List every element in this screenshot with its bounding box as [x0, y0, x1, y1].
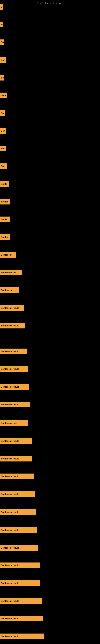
list-item: Bottleneck result: [0, 384, 29, 390]
bottleneck-bar[interactable]: Bottleneck result: [0, 509, 36, 515]
bottleneck-bar[interactable]: Bott: [0, 128, 6, 134]
bottleneck-label: Bottleneck result: [1, 600, 19, 602]
bottleneck-label: Bottleneck result: [1, 582, 19, 584]
bottleneck-label: Bottleneck result: [1, 386, 19, 388]
list-item: Bottl: [0, 92, 7, 98]
bottleneck-label: Bottleneck result: [1, 635, 19, 638]
list-item: Bottleneck result: [0, 616, 43, 621]
bottleneck-bar[interactable]: Bo: [0, 22, 3, 27]
bottleneck-label: Bottleneck result: [1, 368, 19, 370]
list-item: Bottleneck result: [0, 474, 34, 479]
list-item: Bottleneck result: [0, 598, 42, 604]
bottleneck-label: B: [1, 6, 2, 8]
bottleneck-bar[interactable]: Bottleneck result: [0, 527, 37, 533]
list-item: Bott: [0, 110, 5, 116]
bottleneck-bar[interactable]: Bottleneck result: [0, 366, 28, 372]
list-item: Bott: [0, 164, 7, 169]
bottleneck-label: Bott: [1, 130, 5, 132]
bottleneck-bar[interactable]: Bo: [0, 75, 4, 80]
list-item: Bottleneck result: [0, 456, 32, 462]
bottleneck-bar[interactable]: Bott: [0, 146, 6, 151]
bottleneck-label: Bottleneck resu: [1, 422, 17, 424]
bottleneck-bar[interactable]: Bottlen: [0, 199, 10, 204]
bottleneck-label: Bottle: [1, 218, 7, 220]
bottleneck-bar[interactable]: Bottleneck result: [0, 634, 44, 639]
bottleneck-bar[interactable]: Bott: [0, 57, 6, 63]
bottleneck-bar[interactable]: Bo: [0, 40, 3, 45]
bottleneck-bar[interactable]: Bottleneck result: [0, 545, 38, 550]
list-item: Bottlen: [0, 234, 10, 240]
bottleneck-bar[interactable]: Bottl: [0, 92, 7, 98]
list-item: Bottleneck result: [0, 527, 37, 533]
bottleneck-label: Bottleneck result: [1, 350, 19, 352]
list-item: Bottleneck result: [0, 323, 25, 328]
bottleneck-label: Bottleneck r: [1, 289, 14, 292]
bottleneck-label: Bottleneck result: [1, 307, 19, 309]
bottleneck-bar[interactable]: Bottleneck result: [0, 438, 32, 444]
bottleneck-label: Bott: [1, 112, 5, 114]
list-item: Bottlen: [0, 199, 10, 204]
bottleneck-bar[interactable]: Bottleneck result: [0, 305, 24, 311]
bottleneck-bar[interactable]: Bottle: [0, 216, 10, 222]
list-item: Bo: [0, 75, 4, 80]
bottleneck-bar[interactable]: B: [0, 4, 3, 10]
bottleneck-label: Bo: [1, 41, 3, 44]
list-item: Bottleneck result: [0, 509, 36, 515]
bottleneck-bar[interactable]: Bottleneck: [0, 252, 16, 258]
bottleneck-label: Bottl: [1, 94, 6, 96]
bottleneck-bar[interactable]: Bottleneck result: [0, 474, 34, 479]
list-item: Bott: [0, 146, 6, 151]
list-item: Bottleneck result: [0, 491, 35, 497]
list-item: Bottleneck result: [0, 438, 32, 444]
bottleneck-bar[interactable]: Bottleneck resu: [0, 270, 22, 275]
bottleneck-label: Bottleneck result: [1, 440, 19, 442]
bottleneck-label: Bottleneck resu: [1, 271, 17, 274]
bottleneck-label: Bott: [1, 59, 5, 61]
bottleneck-bar[interactable]: Bottleneck resu: [0, 420, 28, 426]
bottleneck-bar[interactable]: Bottle: [0, 181, 9, 187]
list-item: Bottleneck result: [0, 305, 24, 311]
bottleneck-bar[interactable]: Bottleneck result: [0, 580, 40, 586]
bottleneck-label: Bottleneck result: [1, 529, 19, 531]
bottleneck-bar[interactable]: Bottleneck r: [0, 288, 19, 293]
bottleneck-bar[interactable]: Bottleneck result: [0, 348, 27, 354]
list-item: Bottleneck result: [0, 366, 28, 372]
bottleneck-label: Bottleneck result: [1, 493, 19, 495]
bottleneck-bar[interactable]: Bottleneck result: [0, 402, 30, 407]
bottleneck-bar[interactable]: Bottleneck result: [0, 562, 40, 568]
bottleneck-label: Bottleneck result: [1, 403, 19, 406]
list-item: B: [0, 4, 3, 10]
bottleneck-bar[interactable]: Bottleneck result: [0, 491, 35, 497]
list-item: Bottleneck result: [0, 634, 44, 639]
bottleneck-label: Bott: [1, 165, 5, 168]
list-item: Bott: [0, 128, 6, 134]
list-item: Bottleneck resu: [0, 270, 22, 275]
bottleneck-label: Bottlen: [1, 200, 8, 203]
site-title: TheBottlenecker.com: [0, 0, 100, 6]
bottleneck-label: Bottleneck result: [1, 511, 19, 514]
list-item: Bottleneck: [0, 252, 16, 258]
list-item: Bottleneck result: [0, 562, 40, 568]
list-item: Bottleneck result: [0, 402, 30, 407]
list-item: Bo: [0, 40, 3, 45]
bottleneck-bar[interactable]: Bottleneck result: [0, 616, 43, 621]
bottleneck-label: Bottleneck result: [1, 546, 19, 549]
list-item: Bottleneck result: [0, 348, 27, 354]
bottleneck-bar[interactable]: Bottleneck result: [0, 456, 32, 462]
bottleneck-bar[interactable]: Bott: [0, 164, 7, 169]
bottleneck-label: Bottleneck result: [1, 617, 19, 620]
list-item: Bottle: [0, 216, 10, 222]
bottleneck-bar[interactable]: Bottleneck result: [0, 323, 25, 328]
bottleneck-bar[interactable]: Bottlen: [0, 234, 10, 240]
list-item: Bottleneck resu: [0, 420, 28, 426]
bottleneck-label: Bottleneck result: [1, 475, 19, 478]
bottleneck-label: Bo: [1, 76, 4, 79]
bottleneck-bar[interactable]: Bottleneck result: [0, 598, 42, 604]
bottleneck-bar[interactable]: Bott: [0, 110, 5, 116]
list-item: Bottle: [0, 181, 9, 187]
bottleneck-label: Bottleneck result: [1, 324, 19, 327]
list-item: Bott: [0, 57, 6, 63]
list-item: Bottleneck r: [0, 288, 19, 293]
bottleneck-bar[interactable]: Bottleneck result: [0, 384, 29, 390]
bottleneck-label: Bottleneck: [1, 254, 12, 256]
